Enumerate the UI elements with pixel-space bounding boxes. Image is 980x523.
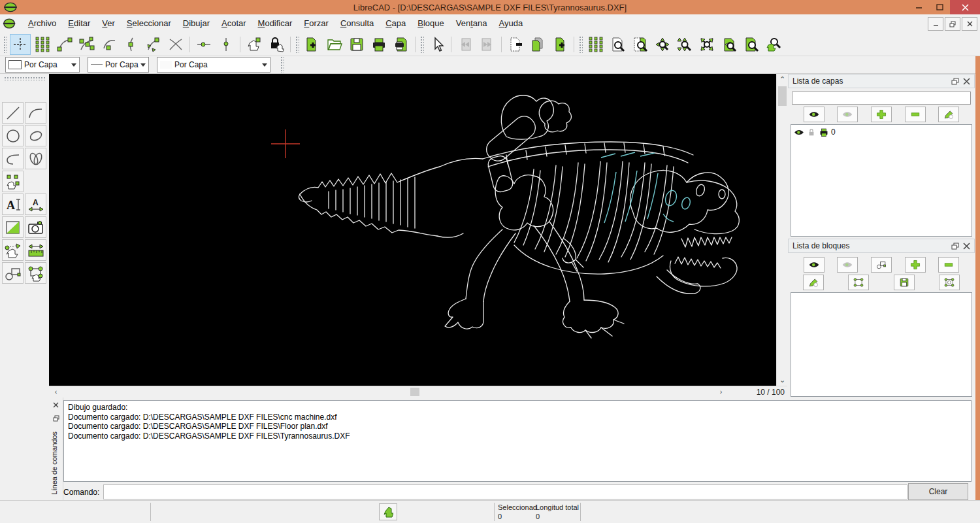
menu-acotar[interactable]: Acotar: [216, 14, 252, 33]
snap-intersection-button[interactable]: [165, 34, 186, 55]
layer-lock-icon[interactable]: [806, 127, 817, 137]
set-relative-zero-button[interactable]: [244, 34, 265, 55]
color-combobox[interactable]: Por Capa: [5, 57, 80, 73]
zoom-previous-button[interactable]: [719, 34, 740, 55]
hatch-tool-button[interactable]: [2, 216, 24, 238]
points-tool-button[interactable]: [2, 171, 24, 192]
snap-free-button[interactable]: [10, 34, 31, 55]
menu-archivo[interactable]: Archivo: [22, 14, 62, 33]
close-panel-icon[interactable]: [963, 78, 970, 85]
edit-block-button[interactable]: [939, 275, 960, 290]
dimension-tool-button[interactable]: A: [25, 194, 46, 215]
print-preview-button[interactable]: [391, 34, 412, 55]
snap-center-button[interactable]: [99, 34, 120, 55]
remove-layer-button[interactable]: [905, 107, 926, 122]
zoom-page-button[interactable]: [741, 34, 762, 55]
new-document-button[interactable]: [302, 34, 323, 55]
menu-seleccionar[interactable]: Seleccionar: [121, 14, 177, 33]
open-document-button[interactable]: [324, 34, 345, 55]
mouse-hint-button[interactable]: [379, 503, 397, 520]
float-panel-icon[interactable]: [951, 78, 959, 85]
arc-tool-button[interactable]: [25, 102, 46, 124]
menu-modificar[interactable]: Modificar: [252, 14, 299, 33]
vertical-scrollbar[interactable]: ⌃ ⌄: [776, 74, 787, 386]
toolbar-drag-handle[interactable]: [280, 56, 284, 73]
zoom-in-button[interactable]: [608, 34, 629, 55]
grid-toggle-button[interactable]: [585, 34, 606, 55]
snap-endpoints-button[interactable]: [54, 34, 75, 55]
drawing-canvas[interactable]: [49, 74, 776, 386]
toolbar-drag-handle[interactable]: [3, 36, 7, 53]
horizontal-scrollbar[interactable]: ‹ › 10 / 100: [49, 386, 787, 397]
snap-on-entity-button[interactable]: [76, 34, 97, 55]
snap-distance-button[interactable]: [143, 34, 164, 55]
block-insert-button[interactable]: [2, 262, 24, 284]
zoom-window-button[interactable]: [630, 34, 651, 55]
zoom-redraw-button[interactable]: [763, 34, 784, 55]
image-tool-button[interactable]: [25, 216, 46, 238]
menu-bloque[interactable]: Bloque: [412, 14, 449, 33]
close-panel-icon[interactable]: [963, 243, 970, 250]
copy-button[interactable]: [527, 34, 548, 55]
insert-block-button[interactable]: [848, 275, 869, 290]
ellipse-tool-button[interactable]: [25, 125, 46, 146]
edit-block-attributes-button[interactable]: [803, 275, 824, 290]
modify-tool-button[interactable]: [2, 239, 24, 261]
zoom-out-button[interactable]: [674, 34, 695, 55]
line-width-combobox[interactable]: Por Capa: [88, 57, 149, 73]
layer-row[interactable]: 0: [791, 125, 972, 139]
hide-all-blocks-button[interactable]: [837, 257, 858, 273]
close-dock-button[interactable]: [50, 399, 61, 411]
menu-forzar[interactable]: Forzar: [298, 14, 335, 33]
add-layer-button[interactable]: [871, 107, 892, 122]
layer-visible-eye-icon[interactable]: [794, 127, 804, 137]
toolbar-drag-handle[interactable]: [420, 36, 424, 53]
line-type-combobox[interactable]: Por Capa: [157, 57, 270, 73]
restrict-horizontal-button[interactable]: [193, 34, 214, 55]
scroll-right-icon[interactable]: ›: [715, 386, 727, 397]
menu-ventana[interactable]: Ventana: [450, 14, 493, 33]
command-history[interactable]: Dibujo guardado: Documento cargado: D:\D…: [63, 400, 972, 482]
measure-tool-button[interactable]: [25, 239, 46, 261]
minimize-button[interactable]: [908, 0, 929, 14]
undo-button[interactable]: [455, 34, 476, 55]
remove-block-button[interactable]: [938, 257, 959, 273]
line-tool-button[interactable]: [2, 102, 24, 124]
float-panel-icon[interactable]: [951, 243, 959, 250]
toolbar-drag-handle[interactable]: [4, 76, 46, 80]
menu-capa[interactable]: Capa: [380, 14, 412, 33]
mdi-minimize-button[interactable]: [928, 17, 943, 31]
select-pointer-button[interactable]: [427, 34, 448, 55]
float-dock-button[interactable]: [50, 413, 61, 424]
close-drawing-button[interactable]: [505, 34, 526, 55]
vertical-scroll-thumb[interactable]: [778, 86, 787, 106]
paste-button[interactable]: [549, 34, 570, 55]
save-document-button[interactable]: [346, 34, 367, 55]
save-block-button[interactable]: [894, 275, 915, 290]
scroll-left-icon[interactable]: ‹: [50, 386, 61, 397]
snap-grid-button[interactable]: [32, 34, 53, 55]
layer-filter-input[interactable]: [792, 92, 971, 105]
mdi-close-button[interactable]: [962, 17, 977, 31]
spline-tool-button[interactable]: [25, 148, 46, 169]
restrict-vertical-button[interactable]: [216, 34, 237, 55]
scroll-up-icon[interactable]: ⌃: [777, 74, 788, 85]
layer-print-icon[interactable]: [819, 127, 829, 137]
snap-middle-button[interactable]: [121, 34, 142, 55]
command-input[interactable]: [103, 484, 907, 499]
menu-ver[interactable]: Ver: [96, 14, 121, 33]
toolbar-drag-handle[interactable]: [579, 36, 583, 53]
clear-button[interactable]: Clear: [908, 483, 968, 500]
close-button[interactable]: [950, 0, 980, 14]
lock-relative-zero-button[interactable]: [266, 34, 287, 55]
show-all-layers-button[interactable]: [804, 107, 825, 122]
menu-editar[interactable]: Editar: [62, 14, 96, 33]
circle-tool-button[interactable]: [2, 125, 24, 146]
create-block-button[interactable]: [871, 257, 892, 273]
redo-button[interactable]: [477, 34, 498, 55]
polyline-tool-button[interactable]: [2, 148, 24, 169]
toolbar-drag-handle[interactable]: [295, 36, 299, 53]
zoom-pan-button[interactable]: [696, 34, 717, 55]
text-tool-button[interactable]: A: [2, 194, 24, 215]
scroll-down-icon[interactable]: ⌄: [777, 375, 788, 386]
